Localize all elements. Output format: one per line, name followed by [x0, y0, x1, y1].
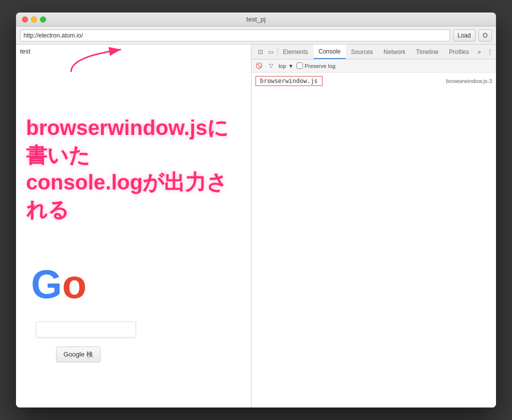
- console-clear-icon[interactable]: 🚫: [254, 62, 264, 70]
- google-search-button[interactable]: Google 検: [56, 346, 100, 362]
- tab-profiles[interactable]: Profiles: [444, 44, 474, 59]
- title-bar: test_pj: [16, 12, 496, 26]
- traffic-lights: [22, 16, 46, 22]
- open-devtools-button[interactable]: O: [478, 30, 492, 42]
- google-o: o: [62, 262, 86, 306]
- console-source-link[interactable]: browsewindow.js:3: [446, 78, 492, 84]
- console-toolbar: 🚫 ▽ top ▼ Preserve log: [252, 60, 496, 72]
- google-g: G: [31, 262, 62, 306]
- annotation-text: browserwindow.jsに書いた console.logが出力される: [26, 114, 241, 224]
- devtools-icons: ⊡ ▭: [254, 48, 278, 56]
- load-button[interactable]: Load: [453, 30, 476, 42]
- minimize-button[interactable]: [31, 16, 37, 22]
- close-button[interactable]: [22, 16, 28, 22]
- console-filter-icon[interactable]: ▽: [266, 62, 276, 70]
- device-icon[interactable]: ▭: [266, 48, 274, 56]
- google-search-box[interactable]: [36, 322, 136, 338]
- tab-timeline[interactable]: Timeline: [411, 44, 444, 59]
- preserve-log-checkbox[interactable]: [296, 62, 303, 69]
- maximize-button[interactable]: [40, 16, 46, 22]
- console-filter-dropdown: top ▼: [278, 63, 294, 69]
- filter-label: top: [278, 63, 286, 69]
- console-file-badge: browserwindow.js: [256, 76, 322, 86]
- window-title: test_pj: [246, 16, 266, 23]
- preserve-log-label: Preserve log: [304, 63, 336, 69]
- devtools-close-area: ⋮ ✕: [484, 48, 496, 56]
- inspect-icon[interactable]: ⊡: [256, 48, 264, 56]
- preserve-log-area: Preserve log: [296, 62, 336, 69]
- devtools-menu-icon[interactable]: ⋮: [486, 48, 494, 56]
- console-entry: browserwindow.js browsewindow.js:3: [254, 74, 494, 88]
- tab-console[interactable]: Console: [314, 44, 346, 59]
- tab-elements[interactable]: Elements: [278, 44, 314, 59]
- console-content: browserwindow.js browsewindow.js:3: [252, 72, 496, 408]
- devtools-toolbar: ⊡ ▭ Elements Console Sources Network Tim…: [252, 44, 496, 60]
- app-window: test_pj Load O test: [16, 12, 496, 408]
- devtools-tabs: Elements Console Sources Network Timelin…: [278, 44, 484, 59]
- devtools-panel: ⊡ ▭ Elements Console Sources Network Tim…: [251, 44, 496, 408]
- tab-sources[interactable]: Sources: [346, 44, 378, 59]
- more-tabs-button[interactable]: »: [474, 44, 484, 59]
- page-label: test: [16, 44, 251, 58]
- address-bar[interactable]: [20, 30, 450, 42]
- filter-arrow: ▼: [288, 63, 294, 69]
- browser-toolbar: Load O: [16, 26, 496, 44]
- google-logo: Go: [31, 262, 86, 308]
- main-area: test browserwindow.jsに書いた: [16, 44, 496, 408]
- tab-network[interactable]: Network: [378, 44, 411, 59]
- browser-content: test browserwindow.jsに書いた: [16, 44, 251, 408]
